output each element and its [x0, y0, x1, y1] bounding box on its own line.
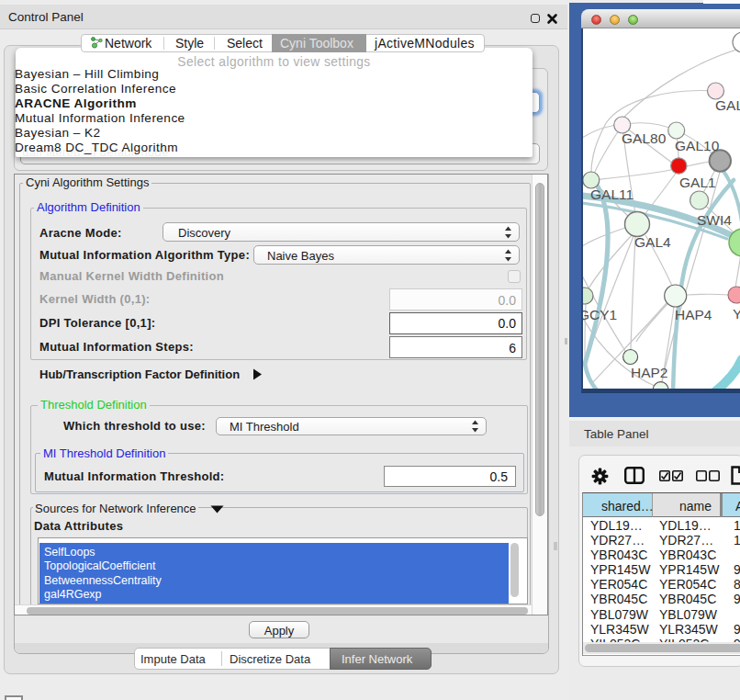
- svg-text:GAL11: GAL11: [590, 186, 633, 202]
- svg-text:GAL80: GAL80: [622, 130, 667, 146]
- svg-text:HAP4: HAP4: [675, 307, 712, 322]
- svg-text:GAL7: GAL7: [715, 97, 740, 113]
- svg-text:GAL10: GAL10: [675, 138, 720, 153]
- svg-text:GAL1: GAL1: [679, 175, 716, 190]
- svg-text:SWI4: SWI4: [697, 212, 732, 228]
- svg-text:Y: Y: [733, 306, 740, 322]
- svg-text:GCY1: GCY1: [583, 307, 617, 322]
- svg-text:GAL4: GAL4: [634, 234, 671, 250]
- svg-text:HAP2: HAP2: [631, 365, 668, 380]
